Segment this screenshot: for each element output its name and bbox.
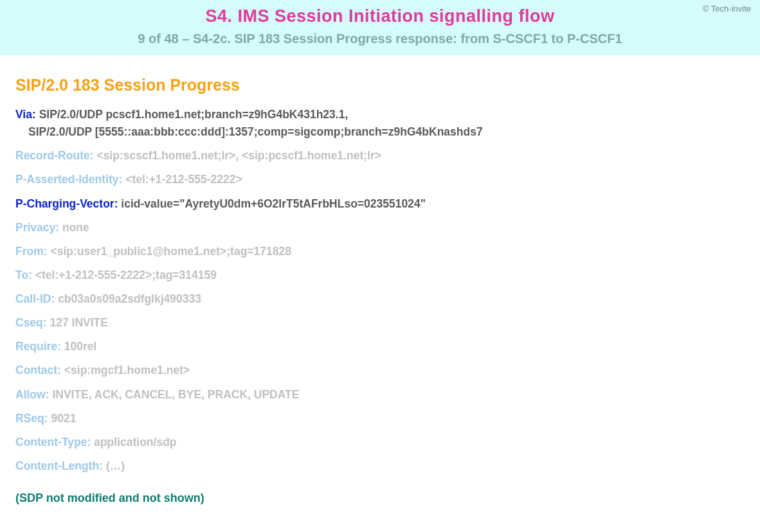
sip-header-name: Content-Type xyxy=(15,436,87,448)
sip-header-value: none xyxy=(62,221,89,234)
sip-header-name: Content-Length xyxy=(15,459,99,472)
sip-header-name: Require xyxy=(15,340,57,353)
sip-header-line: Call-ID: cb03a0s09a2sdfglkj490333 xyxy=(15,290,745,308)
sip-header-line: RSeq: 9021 xyxy=(15,410,745,427)
banner-subtitle: 9 of 48 – S4-2c. SIP 183 Session Progres… xyxy=(10,31,750,46)
banner: © Tech-invite S4. IMS Session Initiation… xyxy=(0,0,760,55)
sip-header-value: 127 INVITE xyxy=(50,316,108,329)
sip-header-value: <tel:+1-212-555-2222> xyxy=(125,173,242,186)
sip-headers: Via: SIP/2.0/UDP pcscf1.home1.net;branch… xyxy=(15,106,745,475)
sip-header-line: To: <tel:+1-212-555-2222>;tag=314159 xyxy=(15,267,745,284)
sip-header-name: P-Asserted-Identity xyxy=(15,173,118,186)
sip-header-value: SIP/2.0/UDP pcscf1.home1.net;branch=z9hG… xyxy=(39,108,348,121)
sip-header-name: To xyxy=(15,269,28,281)
sip-header-name: Record-Route xyxy=(15,149,90,162)
sip-header-line: Record-Route: <sip:scscf1.home1.net;lr>,… xyxy=(15,147,745,164)
sip-header-name: RSeq xyxy=(15,412,44,425)
sip-header-name: Via xyxy=(15,108,32,121)
sip-header-line: Privacy: none xyxy=(15,219,745,236)
sip-header-name: Privacy xyxy=(15,221,55,234)
sip-header-value: <sip:scscf1.home1.net;lr>, <sip:pcscf1.h… xyxy=(96,149,381,162)
banner-title: S4. IMS Session Initiation signalling fl… xyxy=(10,6,750,26)
sip-header-value: <sip:user1_public1@home1.net>;tag=171828 xyxy=(50,245,291,258)
sip-header-name: Call-ID xyxy=(15,292,51,305)
sip-header-name: Cseq xyxy=(15,316,43,329)
sip-header-value: cb03a0s09a2sdfglkj490333 xyxy=(58,292,201,305)
sip-message: SIP/2.0 183 Session Progress Via: SIP/2.… xyxy=(0,55,760,518)
sip-header-line: P-Asserted-Identity: <tel:+1-212-555-222… xyxy=(15,171,745,188)
sdp-note: (SDP not modified and not shown) xyxy=(15,492,745,505)
sip-header-line: Allow: INVITE, ACK, CANCEL, BYE, PRACK, … xyxy=(15,386,745,403)
sip-header-continuation: SIP/2.0/UDP [5555::aaa:bbb:ccc:ddd]:1357… xyxy=(15,123,483,141)
sip-header-line: Require: 100rel xyxy=(15,338,745,355)
sip-header-line: Content-Type: application/sdp xyxy=(15,434,745,451)
sip-header-value: 9021 xyxy=(51,412,76,425)
sip-header-line: From: <sip:user1_public1@home1.net>;tag=… xyxy=(15,243,745,260)
sip-status-line: SIP/2.0 183 Session Progress xyxy=(15,76,745,94)
sip-header-name: Allow xyxy=(15,388,46,401)
sip-header-line: Via: SIP/2.0/UDP pcscf1.home1.net;branch… xyxy=(15,106,745,141)
sip-header-value: INVITE, ACK, CANCEL, BYE, PRACK, UPDATE xyxy=(52,388,299,401)
sip-header-value: <sip:mgcf1.home1.net> xyxy=(64,364,190,377)
sip-header-name: From xyxy=(15,245,44,258)
sip-header-value: 100rel xyxy=(64,340,97,353)
sip-header-name: Contact xyxy=(15,364,57,377)
copyright: © Tech-invite xyxy=(703,4,751,13)
sip-header-name: P-Charging-Vector xyxy=(15,197,114,210)
sip-header-line: Content-Length: (…) xyxy=(15,457,745,475)
sip-header-line: Contact: <sip:mgcf1.home1.net> xyxy=(15,362,745,379)
sip-header-value: <tel:+1-212-555-2222>;tag=314159 xyxy=(35,269,217,281)
sip-header-value: icid-value="AyretyU0dm+6O2IrT5tAFrbHLso=… xyxy=(121,197,426,210)
sip-header-line: Cseq: 127 INVITE xyxy=(15,314,745,332)
sip-header-value: application/sdp xyxy=(94,436,176,448)
sip-header-line: P-Charging-Vector: icid-value="AyretyU0d… xyxy=(15,195,745,213)
sip-header-value: (…) xyxy=(106,459,125,472)
